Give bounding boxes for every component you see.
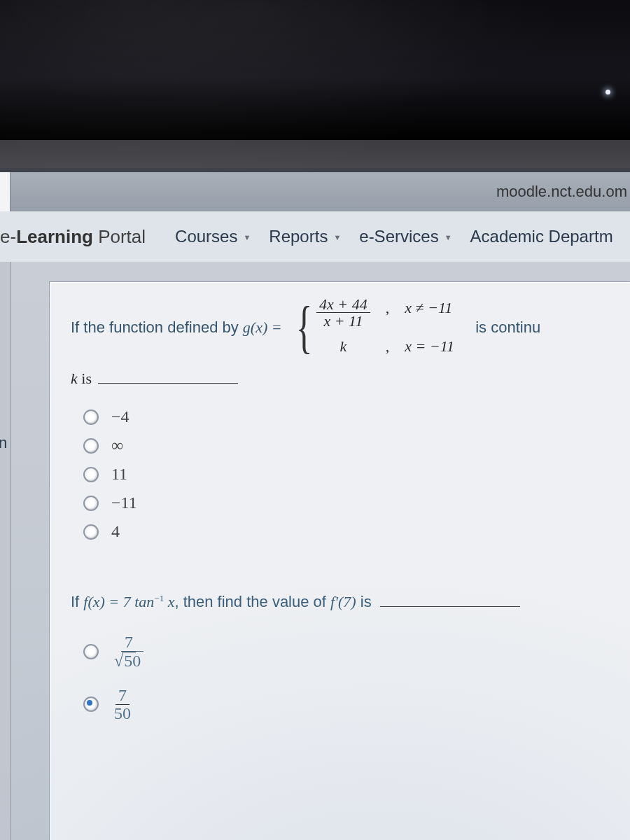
cropped-text: n bbox=[0, 434, 7, 452]
fraction-denominator: 50 bbox=[111, 705, 134, 722]
function-expr: f(x) = 7 tan bbox=[83, 593, 154, 610]
k-is-line: k is bbox=[71, 370, 630, 388]
radio-icon[interactable] bbox=[83, 696, 99, 712]
radio-icon[interactable] bbox=[83, 524, 99, 540]
radicand: 50 bbox=[121, 651, 144, 670]
left-block-strip: n on bbox=[0, 262, 11, 840]
nav-item-reports[interactable]: Reports ▼ bbox=[269, 227, 341, 246]
fprime: f′(7) bbox=[330, 593, 356, 610]
radio-icon[interactable] bbox=[83, 496, 99, 511]
radio-icon[interactable] bbox=[83, 644, 99, 659]
nav-item-courses[interactable]: Courses ▼ bbox=[175, 227, 251, 246]
condition: x = −11 bbox=[405, 335, 454, 358]
brand-main: Learning bbox=[16, 226, 93, 247]
brand-prefix: e- bbox=[0, 226, 16, 247]
brand-suffix: Portal bbox=[93, 226, 146, 247]
answer-blank bbox=[98, 383, 238, 384]
option-11[interactable]: 11 bbox=[83, 465, 630, 484]
question-text: If bbox=[71, 593, 83, 610]
question-text: If the function defined by bbox=[71, 316, 239, 340]
fraction-numerator: 7 bbox=[122, 634, 136, 652]
q2-options: 7 √50 7 50 bbox=[83, 634, 630, 722]
piecewise-function: { 4x + 44 x + 11 , x ≠ −11 k , x = −11 bbox=[290, 296, 454, 358]
nav-label: Courses bbox=[175, 227, 237, 246]
radio-icon[interactable] bbox=[83, 410, 99, 425]
q1-options: −4 ∞ 11 −11 4 bbox=[83, 407, 630, 541]
superscript: −1 bbox=[154, 593, 164, 603]
tab-edge bbox=[0, 172, 10, 211]
option-label: ∞ bbox=[111, 436, 123, 455]
function-name: g(x) = bbox=[243, 316, 282, 340]
option-7-over-sqrt50[interactable]: 7 √50 bbox=[83, 634, 630, 669]
fraction: 7 50 bbox=[111, 687, 134, 722]
nav-label: Academic Departm bbox=[470, 227, 613, 246]
radio-icon[interactable] bbox=[83, 467, 99, 482]
option-infinity[interactable]: ∞ bbox=[83, 436, 630, 455]
is-text: is bbox=[356, 593, 376, 610]
comma: , bbox=[386, 335, 390, 358]
page-body: n on If the function defined by g(x) = {… bbox=[0, 262, 630, 840]
fraction: 7 √50 bbox=[111, 634, 146, 669]
fraction-denominator: √50 bbox=[111, 652, 146, 670]
left-brace-icon: { bbox=[296, 303, 313, 352]
variable-k: k bbox=[71, 370, 78, 387]
top-nav: e-Learning Portal Courses ▼ Reports ▼ e-… bbox=[0, 211, 630, 262]
fraction-denominator: x + 11 bbox=[321, 313, 365, 329]
brand[interactable]: e-Learning Portal bbox=[0, 226, 146, 248]
chevron-down-icon: ▼ bbox=[444, 233, 452, 241]
question-text: , then find the value of bbox=[174, 593, 330, 610]
k-value: k bbox=[316, 335, 370, 358]
variable-x: x bbox=[164, 593, 174, 610]
option-label: −11 bbox=[111, 493, 137, 512]
option-7-over-50[interactable]: 7 50 bbox=[83, 687, 630, 722]
monitor-bezel bbox=[0, 0, 630, 140]
nav-item-academic-departments[interactable]: Academic Departm bbox=[470, 227, 613, 246]
radio-icon[interactable] bbox=[83, 438, 99, 454]
answer-blank bbox=[380, 606, 520, 607]
nav-item-eservices[interactable]: e-Services ▼ bbox=[359, 227, 451, 246]
power-led-icon bbox=[606, 90, 610, 94]
fraction: 4x + 44 x + 11 bbox=[316, 296, 370, 329]
chevron-down-icon: ▼ bbox=[243, 233, 251, 241]
browser-chrome: moodle.nct.edu.om bbox=[0, 168, 630, 212]
question-1: If the function defined by g(x) = { 4x +… bbox=[71, 296, 630, 358]
question-text: is continu bbox=[475, 316, 540, 340]
option-label: 4 bbox=[111, 522, 120, 541]
option-neg4[interactable]: −4 bbox=[83, 407, 630, 426]
chevron-down-icon: ▼ bbox=[333, 233, 341, 241]
option-neg11[interactable]: −11 bbox=[83, 493, 630, 512]
option-label: 11 bbox=[111, 465, 127, 484]
fraction-numerator: 4x + 44 bbox=[316, 296, 370, 313]
comma: , bbox=[386, 296, 390, 329]
option-4[interactable]: 4 bbox=[83, 522, 630, 541]
question-card: If the function defined by g(x) = { 4x +… bbox=[49, 281, 630, 840]
fraction-numerator: 7 bbox=[115, 687, 130, 705]
condition: x ≠ −11 bbox=[405, 296, 454, 329]
question-2: If f(x) = 7 tan−1 x, then find the value… bbox=[71, 590, 630, 614]
nav-label: Reports bbox=[269, 227, 328, 246]
nav-label: e-Services bbox=[359, 227, 438, 246]
is-text: is bbox=[78, 370, 96, 387]
option-label: −4 bbox=[111, 407, 130, 426]
address-bar-text[interactable]: moodle.nct.edu.om bbox=[496, 183, 630, 201]
